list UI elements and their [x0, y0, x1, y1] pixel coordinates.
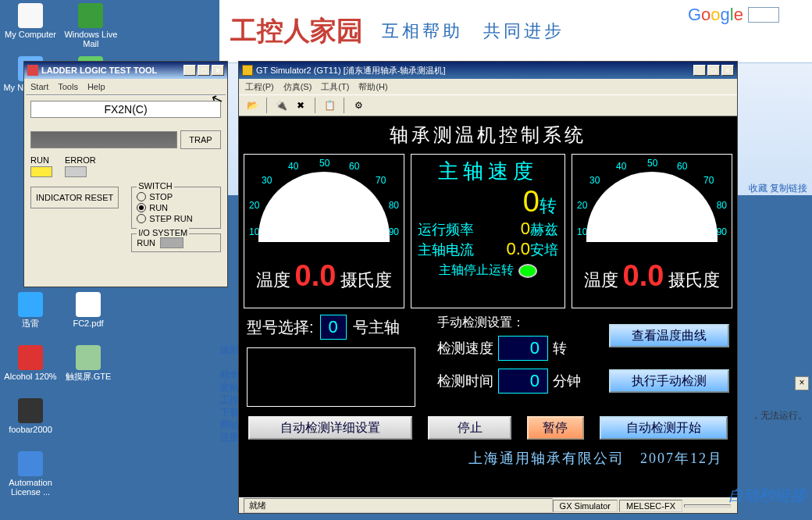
open-icon[interactable]: 📂: [244, 97, 261, 114]
detect-time-field[interactable]: 0: [498, 369, 548, 394]
model-field[interactable]: 0: [320, 315, 347, 340]
stop-button[interactable]: 停止: [428, 416, 511, 440]
sim-titlebar[interactable]: GT Simulator2 (GT11) [浦东通用轴承-轴承测温机] _ □ …: [239, 62, 737, 79]
app-icon: [27, 65, 38, 76]
switch-run[interactable]: RUN: [137, 203, 215, 212]
menu-tools[interactable]: Tools: [58, 82, 78, 91]
icon-license[interactable]: Automation License ...: [3, 451, 58, 503]
sim-title: GT Simulator2 (GT11) [浦东通用轴承-轴承测温机]: [256, 65, 445, 77]
left-gauge: 10 20 30 40 50 60 70 80 90: [248, 158, 401, 251]
io-lamp: [160, 237, 183, 248]
watermark: 自动秒链接: [728, 485, 806, 506]
sim-window: GT Simulator2 (GT11) [浦东通用轴承-轴承测温机] _ □ …: [238, 61, 738, 514]
icon-gte[interactable]: 触摸屏.GTE: [61, 345, 116, 397]
status-led: [518, 264, 537, 278]
left-temp-panel: 10 20 30 40 50 60 70 80 90 温度 0.0: [244, 154, 404, 308]
icon-my-computer[interactable]: My Computer: [3, 3, 58, 55]
sim-statusbar: 就绪 GX Simulator MELSEC-FX: [239, 497, 737, 513]
exec-manual-button[interactable]: 执行手动检测: [609, 369, 729, 393]
sim-maximize-button[interactable]: □: [707, 65, 720, 76]
view-curve-button[interactable]: 查看温度曲线: [609, 324, 729, 347]
desktop-icons: My Computer Windows Live Mail: [3, 3, 121, 55]
sim-menubar: 工程(P) 仿真(S) 工具(T) 帮助(H): [239, 79, 737, 94]
company-footer: 上海通用轴承有限公司 2007年12月: [239, 446, 737, 474]
disconnect-icon[interactable]: ✖: [292, 97, 309, 114]
info-box: [247, 347, 415, 407]
google-box: Google: [688, 5, 779, 25]
trap-bar: [30, 131, 177, 148]
google-logo: Google: [688, 5, 743, 25]
pause-button[interactable]: 暂停: [527, 416, 584, 440]
close-button[interactable]: ×: [795, 376, 809, 390]
detect-speed-field[interactable]: 0: [498, 336, 548, 361]
switch-step[interactable]: STEP RUN: [137, 214, 215, 223]
close-window-button[interactable]: ×: [212, 65, 224, 76]
left-temp-value: 0.0: [295, 259, 337, 293]
io-run-label: RUN: [137, 238, 155, 248]
error-lamp: ERROR: [65, 155, 96, 177]
ladder-titlebar[interactable]: LADDER LOGIC TEST TOOL _ □ ×: [24, 62, 227, 79]
status-sim: GX Simulator: [553, 500, 618, 512]
strip-links[interactable]: 收藏 复制链接: [749, 182, 807, 195]
sim-toolbar: 📂 🔌 ✖ 📋 ⚙: [239, 94, 737, 116]
speed-value: 0: [523, 185, 540, 219]
switch-stop[interactable]: STOP: [137, 192, 215, 201]
sim-minimize-button[interactable]: _: [693, 65, 706, 76]
speed-title: 主轴速度: [415, 158, 561, 185]
switch-legend: SWITCH: [137, 181, 173, 191]
ladder-menubar: Start Tools Help: [24, 79, 227, 94]
model-select-row: 型号选择: 0 号主轴: [247, 315, 422, 340]
icon-foobar[interactable]: foobar2000: [3, 398, 58, 450]
search-input[interactable]: [748, 7, 779, 23]
hmi-screen: 轴承测温机控制系统 10 20 30 40 50 60 70 80 90: [239, 116, 737, 497]
icon-xunlei[interactable]: 迅雷: [3, 292, 58, 344]
auto-start-button[interactable]: 自动检测开始: [600, 416, 728, 440]
maximize-button[interactable]: □: [198, 65, 210, 76]
menu-tool[interactable]: 工具(T): [321, 81, 349, 93]
minimize-button[interactable]: _: [183, 65, 196, 76]
center-speed-panel: 主轴速度 0转 运行频率0赫兹 主轴电流0.0安培 主轴停止运转: [411, 154, 565, 308]
system-title: 轴承测温机控制系统: [239, 116, 737, 154]
partial-text: ，无法运行。: [751, 409, 807, 422]
run-lamp: RUN: [30, 155, 52, 177]
temp-label: 温度: [256, 269, 290, 292]
ladder-title: LADDER LOGIC TEST TOOL: [41, 66, 157, 75]
io-group: I/O SYSTEM RUN: [131, 233, 221, 252]
right-gauge: 10 20 30 40 50 60 70 80 90: [575, 158, 728, 251]
auto-detail-button[interactable]: 自动检测详细设置: [248, 416, 412, 440]
ladder-window: LADDER LOGIC TEST TOOL _ □ × Start Tools…: [23, 61, 228, 287]
sim-close-button[interactable]: ×: [721, 65, 734, 76]
menu-start[interactable]: Start: [30, 82, 48, 91]
spindle-status: 主轴停止运转: [439, 262, 514, 279]
right-temp-value: 0.0: [623, 259, 664, 293]
icon-wlm[interactable]: Windows Live Mail: [63, 3, 118, 55]
manual-header: 手动检测设置：: [437, 315, 593, 331]
device-name: FX2N(C): [30, 101, 221, 118]
site-title: 工控人家园: [230, 13, 363, 49]
sim-app-icon: [242, 65, 253, 76]
temp-unit: 摄氏度: [340, 269, 392, 292]
indicator-reset-button[interactable]: INDICATOR RESET: [30, 187, 119, 208]
status-ready: 就绪: [244, 498, 553, 513]
menu-help[interactable]: Help: [87, 82, 105, 91]
icon-alcohol[interactable]: Alcohol 120%: [3, 345, 58, 397]
option-icon[interactable]: 📋: [321, 97, 338, 114]
icon-pdf[interactable]: FC2.pdf: [61, 292, 116, 344]
menu-project[interactable]: 工程(P): [245, 81, 274, 93]
io-legend: I/O SYSTEM: [137, 228, 189, 237]
menu-simulate[interactable]: 仿真(S): [283, 81, 312, 93]
trap-button[interactable]: TRAP: [180, 130, 221, 149]
settings-icon[interactable]: ⚙: [350, 97, 367, 114]
connect-icon[interactable]: 🔌: [272, 97, 290, 114]
right-temp-panel: 10 20 30 40 50 60 70 80 90 温度 0.0: [572, 154, 732, 308]
tagline: 互相帮助 共同进步: [382, 20, 564, 43]
freq-value: 0: [521, 219, 530, 238]
current-value: 0.0: [506, 239, 530, 258]
switch-group: SWITCH STOP RUN STEP RUN: [131, 187, 221, 229]
status-plc: MELSEC-FX: [619, 500, 682, 512]
menu-shelp[interactable]: 帮助(H): [358, 81, 387, 93]
